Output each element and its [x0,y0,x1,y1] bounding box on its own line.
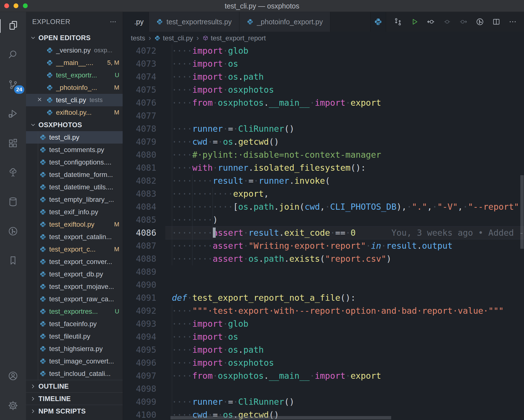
close-icon[interactable] [37,96,42,104]
code-line-4085[interactable]: 4085········) [123,213,524,226]
code-line-4089[interactable]: 4089 [123,265,524,278]
line-number: 4081 [123,161,156,174]
open-changes-icon[interactable] [393,15,402,28]
code-line-4078[interactable]: 4078····runner·=·CliRunner() [123,122,524,135]
code-line-4093[interactable]: 4093····import·glob [123,317,524,330]
open-editor-item[interactable]: test_cli.pytests [26,94,123,106]
file-tree-item[interactable]: test_export_catalin... [26,231,123,243]
code-line-4092[interactable]: 4092····"""·test·export·with·--report·op… [123,304,524,317]
nav-forward-icon[interactable] [459,15,468,28]
git-status-badge: M [114,246,119,253]
split-editor-icon[interactable] [492,15,501,28]
line-number: 4077 [123,109,156,122]
code-line-4090[interactable]: 4090 [123,278,524,291]
file-tree-item[interactable]: test_configoptions.... [26,156,123,168]
code-line-4080[interactable]: 4080····#·pylint:·disable=not-context-ma… [123,148,524,161]
line-content: ········assert·os.path.exists("report.cs… [156,252,391,265]
code-line-4086[interactable]: 4086········assert·result.exit_code·==·0… [123,226,524,239]
extensions-activity-item[interactable] [0,137,26,151]
code-line-4088[interactable]: 4088········assert·os.path.exists("repor… [123,252,524,265]
breadcrumb-item[interactable]: test_export_report [202,34,266,42]
code-line-4073[interactable]: 4073····import·os [123,57,524,70]
bookmarks-activity-item[interactable] [0,254,26,268]
files-activity-item[interactable] [0,19,26,33]
line-content: ····import·glob [156,317,248,330]
explorer-more-actions-icon[interactable] [108,17,118,27]
section-header-npm-scripts[interactable]: NPM SCRIPTS [26,405,123,417]
folder-section-header[interactable]: OSXPHOTOS [26,119,123,131]
file-tree-item[interactable]: test_comments.py [26,144,123,156]
file-tree-item[interactable]: test_datetime_form... [26,168,123,181]
database-activity-item[interactable] [0,196,26,209]
section-header-timeline[interactable]: TIMELINE [26,392,123,405]
line-content: ············[os.path.join(cwd,·CLI_PHOTO… [156,200,519,213]
file-tree-item[interactable]: test_exif_info.py [26,206,123,218]
line-number: 4088 [123,252,156,265]
breadcrumb: tests›test_cli.py›test_export_report [123,32,524,44]
source-control-activity-item[interactable]: 24 [0,79,26,92]
testing-activity-item[interactable] [0,166,26,180]
tab-_photoinfo_export-py[interactable]: _photoinfo_export.py [239,12,331,32]
code-line-4099[interactable]: 4099····runner·=·CliRunner() [123,395,524,408]
vertical-scrollbar[interactable] [520,175,524,249]
code-line-4084[interactable]: 4084············[os.path.join(cwd,·CLI_P… [123,200,524,213]
python-icon[interactable] [370,12,386,32]
section-header-outline[interactable]: OUTLINE [26,380,123,392]
breadcrumb-item[interactable]: tests [131,34,145,42]
file-name: test_export_mojave... [49,283,114,291]
code-line-4082[interactable]: 4082········result·=·runner.invoke( [123,174,524,187]
nav-current-icon[interactable] [443,15,452,28]
code-line-4074[interactable]: 4074····import·os.path [123,70,524,83]
file-tree-item[interactable]: test_image_convert... [26,355,123,367]
git-graph-activity-item[interactable] [0,225,26,239]
editor-code-area[interactable]: 4072····import·glob4073····import·os4074… [123,44,524,420]
code-line-4091[interactable]: 4091def·test_export_report_not_a_file(): [123,291,524,304]
code-line-4095[interactable]: 4095····import·os.path [123,343,524,356]
code-line-4076[interactable]: 4076····from·osxphotos.__main__·import·e… [123,96,524,109]
file-tree-item[interactable]: test_export_raw_ca... [26,293,123,305]
code-line-4081[interactable]: 4081····with·runner.isolated_filesystem(… [123,161,524,174]
code-line-4077[interactable]: 4077 [123,109,524,122]
file-tree-item[interactable]: test_datetime_utils.... [26,181,123,193]
file-tree-item[interactable]: test_export_db.py [26,268,123,280]
open-editor-item[interactable]: test_exportr...U [26,69,123,81]
code-line-4075[interactable]: 4075····import·osxphotos [123,83,524,96]
more-actions-icon[interactable] [508,15,517,28]
code-line-4079[interactable]: 4079····cwd·=·os.getcwd() [123,135,524,148]
code-line-4098[interactable]: 4098 [123,382,524,395]
open-editors-section-header[interactable]: OPEN EDITORS [26,32,123,44]
code-line-4094[interactable]: 4094····import·os [123,330,524,343]
code-line-4097[interactable]: 4097····from·osxphotos.__main__·import·e… [123,369,524,382]
search-activity-item[interactable] [0,48,26,62]
horizontal-scrollbar[interactable] [170,416,391,419]
file-tree-item[interactable]: test_cli.py [26,131,123,144]
tab-test_exportresults-py[interactable]: test_exportresults.py [149,12,239,32]
file-tree-item[interactable]: test_incloud_catali... [26,367,123,380]
file-tree-item[interactable]: test_highsierra.py [26,343,123,355]
tab--py[interactable]: .py [123,12,149,32]
open-editor-item[interactable]: _photoinfo_...M [26,81,123,94]
line-content: ····from·osxphotos.__main__·import·expor… [156,96,381,109]
file-tree-item[interactable]: test_fileutil.py [26,330,123,343]
account-activity-item[interactable] [0,370,26,383]
code-line-4083[interactable]: 4083············export, [123,187,524,200]
open-editor-item[interactable]: exiftool.py...M [26,106,123,119]
code-line-4087[interactable]: 4087········assert·"Writing·export·repor… [123,239,524,252]
file-tree-item[interactable]: test_empty_library_... [26,193,123,206]
open-editor-item[interactable]: _version.pyosxp... [26,44,123,57]
git-graph-circle-icon[interactable] [475,15,484,28]
open-editor-item[interactable]: __main__....5, M [26,57,123,69]
file-tree-item[interactable]: test_export_mojave... [26,280,123,293]
code-line-4096[interactable]: 4096····import·osxphotos [123,356,524,369]
settings-gear-activity-item[interactable] [0,399,26,413]
file-tree-item[interactable]: test_faceinfo.py [26,318,123,330]
run-debug-activity-item[interactable] [0,107,26,121]
file-tree-item[interactable]: test_export_c...M [26,243,123,256]
breadcrumb-item[interactable]: test_cli.py [154,34,193,42]
file-tree-item[interactable]: test_export_conver... [26,256,123,268]
file-tree-item[interactable]: test_exportres...U [26,305,123,318]
file-tree-item[interactable]: test_exiftool.pyM [26,218,123,231]
nav-back-icon[interactable] [426,15,435,28]
code-line-4072[interactable]: 4072····import·glob [123,44,524,57]
run-icon[interactable] [410,15,419,28]
